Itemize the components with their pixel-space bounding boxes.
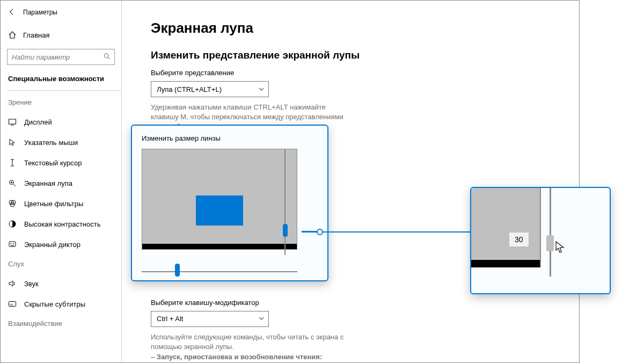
zoom-vertical-track[interactable]: [550, 188, 551, 277]
lens-rect: [196, 195, 243, 226]
text-cursor-icon: [8, 158, 17, 167]
high-contrast-icon: [8, 220, 17, 228]
sidebar-item-magnifier[interactable]: Экранная лупа: [1, 173, 121, 193]
window-title: Параметры: [23, 9, 57, 16]
search-wrap: [7, 49, 115, 65]
connector-stub: [302, 231, 317, 233]
sidebar-item-label: Звук: [24, 280, 39, 288]
lens-callout: Изменить размер линзы: [131, 125, 328, 281]
svg-rect-2: [9, 119, 16, 124]
cursor-icon: [555, 241, 566, 253]
lens-preview: [142, 149, 297, 250]
page-title: Экранная лупа: [151, 20, 568, 37]
svg-line-1: [108, 57, 109, 59]
modifier-select[interactable]: Ctrl + Alt: [151, 311, 269, 327]
section-title: Специальные возможности: [1, 72, 121, 90]
sidebar-item-display[interactable]: Дисплей: [1, 112, 121, 132]
sidebar-item-label: Дисплей: [24, 118, 52, 126]
group-interaction: Взаимодействие: [1, 314, 121, 333]
svg-line-8: [13, 184, 16, 187]
lens-stage: [142, 149, 304, 252]
reading-section: Выберите клавишу-модификатор Ctrl + Alt …: [151, 299, 568, 362]
svg-point-16: [11, 243, 12, 244]
view-select-value: Лупа (CTRL+ALT+L): [157, 85, 222, 93]
search-input[interactable]: [7, 49, 115, 65]
sidebar-item-high-contrast[interactable]: Высокая контрастность: [1, 214, 121, 234]
magnifier-icon: [8, 179, 17, 187]
cc-icon: cc: [8, 300, 17, 308]
search-icon: [103, 53, 111, 62]
zoom-callout: 30: [470, 187, 611, 294]
home-label: Главная: [23, 31, 49, 39]
modifier-select-value: Ctrl + Alt: [157, 315, 184, 323]
sidebar-item-mouse-pointer[interactable]: Указатель мыши: [1, 132, 121, 153]
back-icon[interactable]: [8, 8, 16, 17]
sidebar-item-closed-captions[interactable]: cc Скрытые субтитры: [1, 294, 121, 314]
titlebar: Параметры: [1, 5, 121, 20]
lens-width-thumb[interactable]: [175, 264, 180, 277]
lens-width-track[interactable]: [142, 271, 297, 272]
sidebar: Параметры Главная Специальные возможност…: [1, 1, 121, 362]
sidebar-item-label: Текстовый курсор: [24, 159, 82, 167]
connector-line: [322, 231, 471, 233]
sidebar-item-label: Экранная лупа: [24, 179, 72, 187]
lens-height-track[interactable]: [284, 149, 286, 255]
home-nav[interactable]: Главная: [1, 25, 121, 45]
view-select-label: Выберите представление: [151, 69, 568, 77]
zoom-preview: [471, 188, 541, 267]
svg-point-0: [104, 54, 108, 58]
sidebar-item-text-cursor[interactable]: Текстовый курсор: [1, 153, 121, 173]
modifier-label: Выберите клавишу-модификатор: [151, 299, 568, 307]
chevron-down-icon: [259, 85, 264, 93]
view-select[interactable]: Лупа (CTRL+ALT+L): [151, 81, 269, 97]
pointer-icon: [8, 138, 17, 147]
group-hearing: Слух: [1, 255, 121, 273]
sidebar-item-sound[interactable]: Звук: [1, 273, 121, 294]
sidebar-item-label: Экранный диктор: [24, 241, 80, 249]
narrator-icon: [8, 240, 17, 249]
group-vision: Зрение: [1, 91, 121, 112]
home-icon: [8, 31, 17, 39]
sidebar-item-label: Цветные фильтры: [24, 200, 83, 208]
sidebar-item-label: Скрытые субтитры: [24, 300, 85, 308]
sidebar-item-narrator[interactable]: Экранный диктор: [1, 234, 121, 255]
sidebar-item-label: Высокая контрастность: [24, 220, 101, 228]
color-filters-icon: [8, 199, 17, 208]
reading-helper: Используйте следующие команды, чтобы чит…: [151, 332, 344, 362]
view-heading: Изменить представление экранной лупы: [151, 49, 568, 61]
sidebar-item-label: Указатель мыши: [24, 139, 78, 147]
lens-height-thumb[interactable]: [283, 224, 288, 237]
svg-text:cc: cc: [10, 303, 13, 306]
zoom-tooltip: 30: [509, 232, 529, 247]
chevron-down-icon: [259, 315, 264, 323]
display-icon: [8, 118, 17, 126]
zoom-vertical-thumb[interactable]: [546, 235, 554, 251]
svg-point-17: [13, 243, 14, 244]
lens-label: Изменить размер линзы: [142, 134, 320, 142]
sidebar-item-color-filters[interactable]: Цветные фильтры: [1, 193, 121, 214]
sound-icon: [8, 279, 17, 288]
